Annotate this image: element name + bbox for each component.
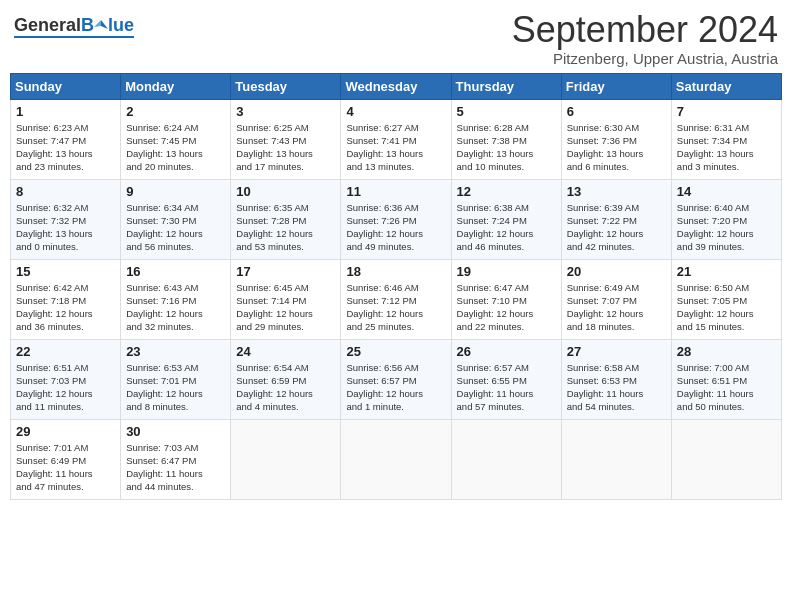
calendar-day-cell: 22Sunrise: 6:51 AM Sunset: 7:03 PM Dayli… bbox=[11, 339, 121, 419]
calendar-day-cell: 21Sunrise: 6:50 AM Sunset: 7:05 PM Dayli… bbox=[671, 259, 781, 339]
day-info: Sunrise: 7:01 AM Sunset: 6:49 PM Dayligh… bbox=[16, 441, 115, 494]
day-info: Sunrise: 6:23 AM Sunset: 7:47 PM Dayligh… bbox=[16, 121, 115, 174]
day-number: 4 bbox=[346, 104, 445, 119]
day-number: 14 bbox=[677, 184, 776, 199]
day-of-week-header: Thursday bbox=[451, 73, 561, 99]
day-info: Sunrise: 6:53 AM Sunset: 7:01 PM Dayligh… bbox=[126, 361, 225, 414]
day-info: Sunrise: 6:54 AM Sunset: 6:59 PM Dayligh… bbox=[236, 361, 335, 414]
calendar-week-row: 29Sunrise: 7:01 AM Sunset: 6:49 PM Dayli… bbox=[11, 419, 782, 499]
location-subtitle: Pitzenberg, Upper Austria, Austria bbox=[512, 50, 778, 67]
calendar-day-cell: 6Sunrise: 6:30 AM Sunset: 7:36 PM Daylig… bbox=[561, 99, 671, 179]
day-info: Sunrise: 6:36 AM Sunset: 7:26 PM Dayligh… bbox=[346, 201, 445, 254]
calendar-day-cell: 9Sunrise: 6:34 AM Sunset: 7:30 PM Daylig… bbox=[121, 179, 231, 259]
day-number: 22 bbox=[16, 344, 115, 359]
calendar-table: SundayMondayTuesdayWednesdayThursdayFrid… bbox=[10, 73, 782, 500]
day-number: 28 bbox=[677, 344, 776, 359]
day-of-week-header: Sunday bbox=[11, 73, 121, 99]
day-number: 10 bbox=[236, 184, 335, 199]
day-number: 1 bbox=[16, 104, 115, 119]
logo: GeneralB lue bbox=[14, 16, 134, 38]
calendar-week-row: 8Sunrise: 6:32 AM Sunset: 7:32 PM Daylig… bbox=[11, 179, 782, 259]
day-info: Sunrise: 6:27 AM Sunset: 7:41 PM Dayligh… bbox=[346, 121, 445, 174]
day-number: 12 bbox=[457, 184, 556, 199]
calendar-day-cell: 23Sunrise: 6:53 AM Sunset: 7:01 PM Dayli… bbox=[121, 339, 231, 419]
day-info: Sunrise: 6:58 AM Sunset: 6:53 PM Dayligh… bbox=[567, 361, 666, 414]
day-of-week-header: Tuesday bbox=[231, 73, 341, 99]
calendar-empty-cell bbox=[341, 419, 451, 499]
day-number: 9 bbox=[126, 184, 225, 199]
day-number: 8 bbox=[16, 184, 115, 199]
day-info: Sunrise: 6:46 AM Sunset: 7:12 PM Dayligh… bbox=[346, 281, 445, 334]
day-info: Sunrise: 6:24 AM Sunset: 7:45 PM Dayligh… bbox=[126, 121, 225, 174]
calendar-day-cell: 26Sunrise: 6:57 AM Sunset: 6:55 PM Dayli… bbox=[451, 339, 561, 419]
day-info: Sunrise: 6:28 AM Sunset: 7:38 PM Dayligh… bbox=[457, 121, 556, 174]
day-number: 6 bbox=[567, 104, 666, 119]
day-info: Sunrise: 6:35 AM Sunset: 7:28 PM Dayligh… bbox=[236, 201, 335, 254]
calendar-day-cell: 17Sunrise: 6:45 AM Sunset: 7:14 PM Dayli… bbox=[231, 259, 341, 339]
calendar-day-cell: 5Sunrise: 6:28 AM Sunset: 7:38 PM Daylig… bbox=[451, 99, 561, 179]
calendar-header-row: SundayMondayTuesdayWednesdayThursdayFrid… bbox=[11, 73, 782, 99]
day-of-week-header: Saturday bbox=[671, 73, 781, 99]
title-block: September 2024 Pitzenberg, Upper Austria… bbox=[512, 10, 778, 67]
day-number: 23 bbox=[126, 344, 225, 359]
day-info: Sunrise: 6:51 AM Sunset: 7:03 PM Dayligh… bbox=[16, 361, 115, 414]
day-number: 15 bbox=[16, 264, 115, 279]
calendar-empty-cell bbox=[561, 419, 671, 499]
day-info: Sunrise: 6:40 AM Sunset: 7:20 PM Dayligh… bbox=[677, 201, 776, 254]
day-info: Sunrise: 6:56 AM Sunset: 6:57 PM Dayligh… bbox=[346, 361, 445, 414]
calendar-day-cell: 11Sunrise: 6:36 AM Sunset: 7:26 PM Dayli… bbox=[341, 179, 451, 259]
page-header: GeneralB lue September 2024 Pitzenberg, … bbox=[10, 10, 782, 67]
calendar-day-cell: 18Sunrise: 6:46 AM Sunset: 7:12 PM Dayli… bbox=[341, 259, 451, 339]
day-info: Sunrise: 6:38 AM Sunset: 7:24 PM Dayligh… bbox=[457, 201, 556, 254]
day-info: Sunrise: 7:00 AM Sunset: 6:51 PM Dayligh… bbox=[677, 361, 776, 414]
logo-text: GeneralB lue bbox=[14, 16, 134, 34]
calendar-day-cell: 27Sunrise: 6:58 AM Sunset: 6:53 PM Dayli… bbox=[561, 339, 671, 419]
calendar-day-cell: 24Sunrise: 6:54 AM Sunset: 6:59 PM Dayli… bbox=[231, 339, 341, 419]
calendar-day-cell: 16Sunrise: 6:43 AM Sunset: 7:16 PM Dayli… bbox=[121, 259, 231, 339]
day-info: Sunrise: 6:57 AM Sunset: 6:55 PM Dayligh… bbox=[457, 361, 556, 414]
day-info: Sunrise: 6:45 AM Sunset: 7:14 PM Dayligh… bbox=[236, 281, 335, 334]
day-info: Sunrise: 6:32 AM Sunset: 7:32 PM Dayligh… bbox=[16, 201, 115, 254]
day-info: Sunrise: 6:25 AM Sunset: 7:43 PM Dayligh… bbox=[236, 121, 335, 174]
calendar-day-cell: 30Sunrise: 7:03 AM Sunset: 6:47 PM Dayli… bbox=[121, 419, 231, 499]
day-number: 11 bbox=[346, 184, 445, 199]
day-info: Sunrise: 6:49 AM Sunset: 7:07 PM Dayligh… bbox=[567, 281, 666, 334]
day-number: 27 bbox=[567, 344, 666, 359]
day-number: 19 bbox=[457, 264, 556, 279]
svg-marker-1 bbox=[94, 20, 101, 27]
day-number: 25 bbox=[346, 344, 445, 359]
calendar-day-cell: 4Sunrise: 6:27 AM Sunset: 7:41 PM Daylig… bbox=[341, 99, 451, 179]
calendar-empty-cell bbox=[671, 419, 781, 499]
day-number: 17 bbox=[236, 264, 335, 279]
day-number: 29 bbox=[16, 424, 115, 439]
day-number: 24 bbox=[236, 344, 335, 359]
day-of-week-header: Friday bbox=[561, 73, 671, 99]
day-number: 20 bbox=[567, 264, 666, 279]
calendar-day-cell: 28Sunrise: 7:00 AM Sunset: 6:51 PM Dayli… bbox=[671, 339, 781, 419]
day-info: Sunrise: 6:47 AM Sunset: 7:10 PM Dayligh… bbox=[457, 281, 556, 334]
day-info: Sunrise: 6:30 AM Sunset: 7:36 PM Dayligh… bbox=[567, 121, 666, 174]
calendar-week-row: 1Sunrise: 6:23 AM Sunset: 7:47 PM Daylig… bbox=[11, 99, 782, 179]
calendar-day-cell: 13Sunrise: 6:39 AM Sunset: 7:22 PM Dayli… bbox=[561, 179, 671, 259]
calendar-empty-cell bbox=[451, 419, 561, 499]
calendar-day-cell: 14Sunrise: 6:40 AM Sunset: 7:20 PM Dayli… bbox=[671, 179, 781, 259]
logo-bird-icon bbox=[94, 19, 108, 33]
calendar-day-cell: 8Sunrise: 6:32 AM Sunset: 7:32 PM Daylig… bbox=[11, 179, 121, 259]
calendar-day-cell: 19Sunrise: 6:47 AM Sunset: 7:10 PM Dayli… bbox=[451, 259, 561, 339]
day-number: 13 bbox=[567, 184, 666, 199]
day-of-week-header: Monday bbox=[121, 73, 231, 99]
calendar-day-cell: 10Sunrise: 6:35 AM Sunset: 7:28 PM Dayli… bbox=[231, 179, 341, 259]
day-number: 7 bbox=[677, 104, 776, 119]
day-info: Sunrise: 7:03 AM Sunset: 6:47 PM Dayligh… bbox=[126, 441, 225, 494]
calendar-day-cell: 7Sunrise: 6:31 AM Sunset: 7:34 PM Daylig… bbox=[671, 99, 781, 179]
day-info: Sunrise: 6:31 AM Sunset: 7:34 PM Dayligh… bbox=[677, 121, 776, 174]
day-number: 18 bbox=[346, 264, 445, 279]
day-of-week-header: Wednesday bbox=[341, 73, 451, 99]
calendar-day-cell: 15Sunrise: 6:42 AM Sunset: 7:18 PM Dayli… bbox=[11, 259, 121, 339]
calendar-week-row: 22Sunrise: 6:51 AM Sunset: 7:03 PM Dayli… bbox=[11, 339, 782, 419]
calendar-day-cell: 1Sunrise: 6:23 AM Sunset: 7:47 PM Daylig… bbox=[11, 99, 121, 179]
day-number: 3 bbox=[236, 104, 335, 119]
day-number: 21 bbox=[677, 264, 776, 279]
day-info: Sunrise: 6:50 AM Sunset: 7:05 PM Dayligh… bbox=[677, 281, 776, 334]
calendar-day-cell: 29Sunrise: 7:01 AM Sunset: 6:49 PM Dayli… bbox=[11, 419, 121, 499]
